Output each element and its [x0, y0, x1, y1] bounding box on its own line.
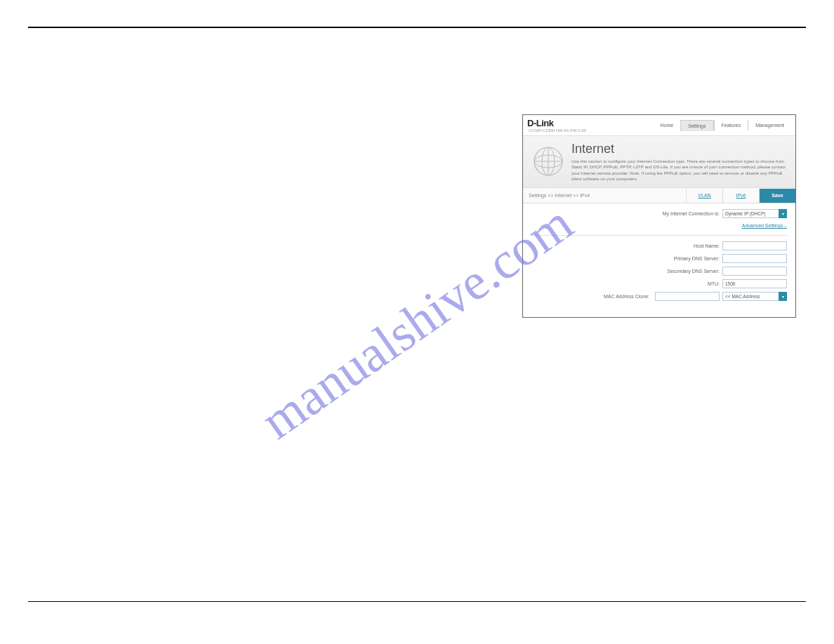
mtu-label: MTU:: [708, 281, 722, 286]
chevron-down-icon: ▾: [779, 209, 787, 218]
mac-clone-input[interactable]: [655, 292, 720, 301]
mtu-input[interactable]: [722, 279, 787, 288]
save-button[interactable]: Save: [759, 189, 795, 203]
tab-ipv6[interactable]: IPv6: [722, 189, 759, 203]
page-bottom-rule: [28, 601, 806, 602]
mac-select-value: << MAC Address: [722, 292, 779, 301]
host-name-input[interactable]: [722, 241, 787, 250]
mac-clone-label: MAC Address Clone:: [604, 294, 652, 299]
secondary-dns-input[interactable]: [722, 267, 787, 276]
chevron-down-icon: ▾: [779, 292, 787, 301]
row-primary-dns: Primary DNS Server:: [529, 254, 787, 263]
tab-vlan[interactable]: VLAN: [686, 189, 722, 203]
secondary-dns-label: Secondary DNS Server:: [667, 269, 722, 274]
connection-type-label: My Internet Connection is:: [663, 211, 722, 216]
form-body: My Internet Connection is: Dynamic IP (D…: [523, 203, 795, 310]
divider: [529, 235, 787, 236]
advanced-settings-link[interactable]: Advanced Settings...: [529, 222, 787, 231]
connection-type-select[interactable]: Dynamic IP (DHCP) ▾: [722, 209, 787, 218]
main-nav: Home Settings Features Management: [654, 120, 791, 131]
connection-type-value: Dynamic IP (DHCP): [722, 209, 779, 218]
primary-dns-label: Primary DNS Server:: [674, 256, 722, 261]
top-bar: D-Link COVR-C1300 HW:A1 FW:1.00 Home Set…: [523, 115, 795, 136]
primary-dns-input[interactable]: [722, 254, 787, 263]
nav-home[interactable]: Home: [654, 120, 681, 130]
header-text-block: Internet Use this section to configure y…: [567, 142, 790, 182]
tab-bar: Settings >> Internet >> IPv4 VLAN IPv6 S…: [523, 188, 795, 203]
page-top-rule: [28, 27, 806, 28]
brand-block: D-Link COVR-C1300 HW:A1 FW:1.00: [527, 118, 586, 133]
section-description: Use this section to configure your Inter…: [571, 159, 790, 182]
nav-settings[interactable]: Settings: [680, 120, 713, 131]
nav-management[interactable]: Management: [748, 120, 791, 130]
globe-icon: [529, 142, 567, 180]
model-text: COVR-C1300 HW:A1 FW:1.00: [529, 128, 586, 133]
brand-logo: D-Link: [527, 118, 586, 128]
row-connection-type: My Internet Connection is: Dynamic IP (D…: [529, 209, 787, 218]
breadcrumb: Settings >> Internet >> IPv4: [523, 193, 686, 198]
router-settings-panel: D-Link COVR-C1300 HW:A1 FW:1.00 Home Set…: [522, 114, 796, 318]
row-mtu: MTU:: [529, 279, 787, 288]
row-host-name: Host Name:: [529, 241, 787, 250]
mac-address-select[interactable]: << MAC Address ▾: [722, 292, 787, 301]
row-secondary-dns: Secondary DNS Server:: [529, 267, 787, 276]
section-title: Internet: [571, 142, 790, 156]
nav-features[interactable]: Features: [714, 120, 748, 130]
row-mac-clone: MAC Address Clone: << MAC Address ▾: [529, 292, 787, 301]
section-header: Internet Use this section to configure y…: [523, 136, 795, 188]
host-name-label: Host Name:: [694, 243, 722, 248]
